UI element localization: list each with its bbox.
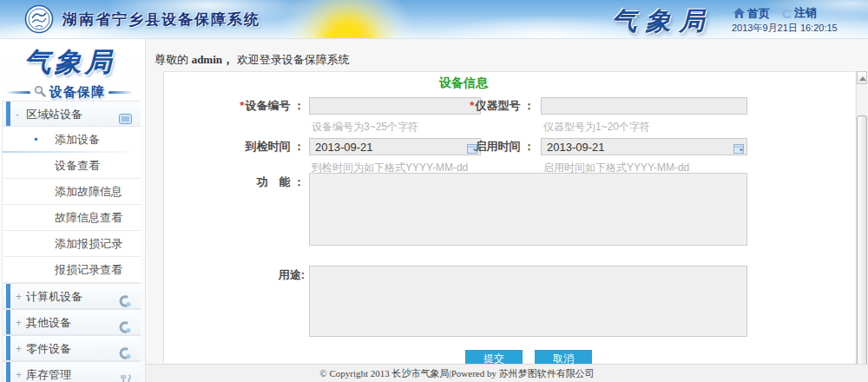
form-title: 设备信息 [164,76,763,91]
vertical-scrollbar[interactable] [856,71,867,382]
top-banner: 湖南省宁乡县设备保障系统 气象局 首页 C 注销 2013年9月21日 16:2… [0,0,868,39]
datetime-display: 2013年9月21日 16:20:15 [732,22,838,35]
device-no-label: *设备编号 ： [190,97,305,115]
submenu-label: 添加故障信息 [55,185,122,198]
usage-label: 用途: [190,267,305,284]
sidebar-item-add-device[interactable]: • 添加设备 [3,127,141,153]
tagline-divider-right [108,91,133,94]
sidebar-item-view-damage-records[interactable]: 报损记录查看 [3,257,141,283]
sidebar-section-other-equipment[interactable]: + 其他设备 [3,309,141,335]
section-label: 零件设备 [26,336,71,362]
section-label: 库存管理 [26,362,71,382]
sidebar-section-inventory-management[interactable]: + 库存管理 [3,361,141,382]
section-label: 区域站设备 [26,102,82,128]
submenu-label: 添加报损记录 [55,237,122,250]
device-no-hint: 设备编号为3~25个字符 [312,120,418,135]
collapse-indicator: - [16,102,19,128]
sidebar-menu: - 区域站设备 • 添加设备 设备查看 [2,101,141,382]
sidebar-logo-text: 气象局 [0,44,139,81]
inspection-date-label: 到检时间 ： [190,138,305,155]
weather-bureau-emblem-icon [24,4,54,37]
expand-indicator: + [16,310,22,336]
logout-link[interactable]: C 注销 [782,5,817,21]
submenu-label: 添加设备 [55,133,100,146]
section-accent-bar [6,284,10,308]
welcome-message: 尊敬的 admin， 欢迎登录设备保障系统 [155,52,350,68]
system-title: 湖南省宁乡县设备保障系统 [62,10,260,30]
section-accent-bar [6,336,10,360]
greeting-prefix: 尊敬的 [155,53,188,66]
expand-indicator: + [16,362,22,382]
sidebar: 气象局 设备保障 - 区域站设备 [0,39,146,382]
calendar-icon[interactable] [733,142,744,157]
submenu-label: 故障信息查看 [55,211,122,224]
tools-icon [120,369,132,382]
function-textarea[interactable] [309,173,747,246]
sidebar-section-regional-station-equipment[interactable]: - 区域站设备 [3,101,141,127]
up-arrow-icon [859,76,866,81]
section-accent-bar [6,310,10,334]
section-accent-bar [6,362,10,382]
sidebar-section-parts-equipment[interactable]: + 零件设备 [3,335,141,361]
submenu-label: 设备查看 [55,159,100,172]
enable-date-label: 启用时间 ： [424,138,535,155]
submenu-regional-station: • 添加设备 设备查看 添加故障信息 故障信息查看 添加报损记录 报损记录查看 [3,127,141,283]
device-form-panel: 设备信息 *设备编号 ： *仪器型号 ： 设备编号为3~25个字符 仪器型号为1… [163,71,855,363]
instrument-model-input[interactable] [541,97,747,115]
footer: © Copyright 2013 长沙市气象局|Powered by 苏州梦图软… [146,364,868,382]
tagline-label: 设备保障 [49,84,105,101]
section-accent-bar [6,102,10,126]
app-window: 湖南省宁乡县设备保障系统 气象局 首页 C 注销 2013年9月21日 16:2… [0,0,868,382]
sidebar-item-view-fault-info[interactable]: 故障信息查看 [3,205,141,231]
sidebar-item-add-fault-info[interactable]: 添加故障信息 [3,179,141,205]
active-bullet: • [34,127,38,153]
section-label: 计算机设备 [26,284,82,310]
logout-icon: C [782,8,792,19]
username: admin， [192,53,233,66]
section-label: 其他设备 [26,310,71,336]
greeting-suffix: 欢迎登录设备保障系统 [237,53,350,66]
scrollbar-up-button[interactable] [857,71,867,84]
required-marker: * [240,99,244,112]
expand-indicator: + [16,336,22,362]
submenu-label: 报损记录查看 [55,263,122,276]
expand-indicator: + [16,284,22,310]
sidebar-section-computer-equipment[interactable]: + 计算机设备 [3,283,141,309]
sidebar-item-view-devices[interactable]: 设备查看 [3,153,141,179]
instrument-model-hint: 仪器型号为1~20个字符 [543,120,650,135]
home-label: 首页 [747,6,770,22]
copyright-text: © Copyright 2013 长沙市气象局|Powered by 苏州梦图软… [319,368,594,379]
home-icon [733,8,745,21]
usage-textarea[interactable] [309,266,747,337]
sidebar-tagline: 设备保障 [0,84,139,101]
function-label: 功 能 ： [190,174,305,191]
bureau-brand-text: 气象局 [606,4,719,39]
tagline-divider-left [6,91,30,94]
instrument-model-label: *仪器型号 ： [424,97,535,115]
scrollbar-thumb[interactable] [857,115,867,372]
required-marker: * [470,99,474,112]
magnifier-icon [34,85,46,101]
home-link[interactable]: 首页 [733,6,770,22]
sidebar-item-add-damage-record[interactable]: 添加报损记录 [3,231,141,257]
banner-nav: 首页 C 注销 [733,5,829,22]
enable-date-input[interactable] [541,138,747,155]
logout-label: 注销 [794,5,817,21]
